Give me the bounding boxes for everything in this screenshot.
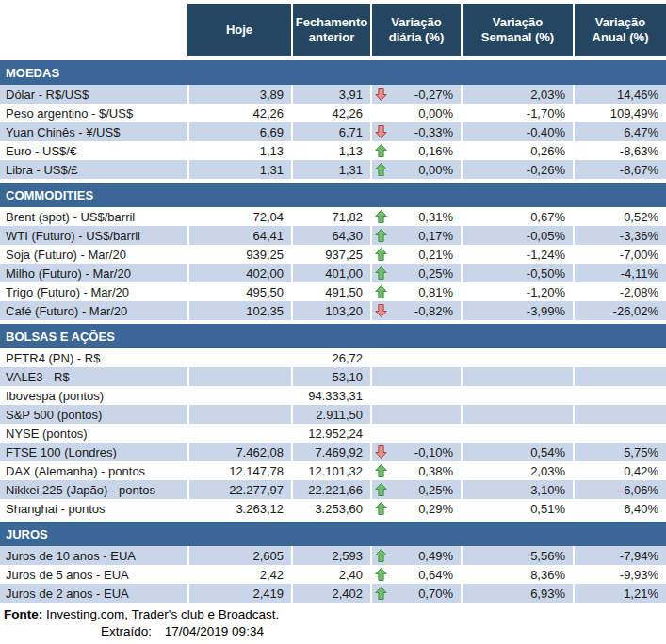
hoje-value bbox=[187, 405, 291, 424]
instrument-label: Yuan Chinês - ¥/US$ bbox=[0, 122, 187, 141]
variacao-diaria-value: -0,27% bbox=[414, 88, 453, 102]
variacao-diaria-cell: -0,33% bbox=[370, 122, 461, 141]
variacao-diaria-cell bbox=[370, 424, 461, 443]
table-row: Libra - US$/£ 1,31 1,31 0,00% -0,26% -8,… bbox=[0, 160, 666, 179]
fechamento-anterior-value: 491,50 bbox=[291, 282, 370, 301]
up-arrow-icon bbox=[375, 284, 388, 299]
variacao-diaria-cell: 0,31% bbox=[370, 207, 461, 226]
fechamento-anterior-value: 26,72 bbox=[291, 348, 370, 367]
fechamento-anterior-value: 53,10 bbox=[291, 367, 370, 386]
variacao-diaria-value: 0,38% bbox=[418, 464, 453, 478]
variacao-semanal-value bbox=[461, 348, 573, 367]
instrument-label: Milho (Futuro) - Mar/20 bbox=[0, 264, 187, 282]
hoje-value: 72,04 bbox=[187, 207, 291, 226]
fechamento-anterior-value: 6,71 bbox=[291, 122, 370, 141]
variacao-anual-value: 0,42% bbox=[573, 461, 666, 480]
variacao-semanal-value: 8,36% bbox=[461, 565, 573, 584]
down-arrow-icon bbox=[375, 124, 388, 139]
fechamento-anterior-value: 3,91 bbox=[291, 85, 370, 104]
variacao-diaria-cell: 0,70% bbox=[370, 584, 461, 603]
variacao-diaria-cell: 0,38% bbox=[370, 461, 461, 480]
section-header-bolsas-e-acoes: BOLSAS E AÇÕES bbox=[0, 322, 666, 348]
hoje-value: 22.277,97 bbox=[187, 480, 291, 499]
hoje-value bbox=[187, 367, 291, 386]
table-row: Dólar - R$/US$ 3,89 3,91 -0,27% 2,03% 14… bbox=[0, 85, 666, 104]
hoje-value: 7.462,08 bbox=[187, 443, 291, 461]
variacao-anual-value: 109,49% bbox=[573, 104, 666, 122]
section-header-commodities: COMMODITIES bbox=[0, 181, 666, 207]
variacao-diaria-cell: 0,29% bbox=[370, 499, 461, 518]
instrument-label: Euro - US$/€ bbox=[0, 141, 187, 160]
variacao-anual-value bbox=[573, 386, 666, 405]
variacao-semanal-value bbox=[461, 405, 573, 424]
section-header-juros: JUROS bbox=[0, 520, 666, 546]
variacao-diaria-value: -0,82% bbox=[414, 304, 453, 318]
variacao-semanal-value: 5,56% bbox=[461, 546, 573, 565]
instrument-label: DAX (Alemanha) - pontos bbox=[0, 461, 187, 480]
up-arrow-icon bbox=[375, 548, 388, 563]
hoje-value: 2,42 bbox=[187, 565, 291, 584]
fechamento-anterior-value: 2.911,50 bbox=[291, 405, 370, 424]
variacao-diaria-cell: -0,82% bbox=[370, 301, 461, 320]
variacao-diaria-cell bbox=[370, 405, 461, 424]
hoje-value: 1,13 bbox=[187, 141, 291, 160]
hoje-value: 2,605 bbox=[187, 546, 291, 565]
fechamento-anterior-value: 12.101,32 bbox=[291, 461, 370, 480]
variacao-semanal-value: 2,03% bbox=[461, 461, 573, 480]
instrument-label: Peso argentino - $/US$ bbox=[0, 104, 187, 122]
variacao-diaria-cell bbox=[370, 386, 461, 405]
instrument-label: Juros de 5 anos - EUA bbox=[0, 565, 187, 584]
up-arrow-icon bbox=[375, 228, 388, 243]
down-arrow-icon bbox=[375, 303, 388, 318]
variacao-semanal-value: -0,05% bbox=[461, 226, 573, 245]
variacao-semanal-value: 2,03% bbox=[461, 85, 573, 104]
variacao-anual-value: -3,36% bbox=[573, 226, 666, 245]
fechamento-anterior-value: 937,25 bbox=[291, 245, 370, 264]
table-body: MOEDAS Dólar - R$/US$ 3,89 3,91 -0,27% 2… bbox=[0, 58, 666, 603]
table-row: Juros de 5 anos - EUA 2,42 2,40 0,64% 8,… bbox=[0, 565, 666, 584]
variacao-diaria-value: 0,17% bbox=[418, 229, 453, 243]
variacao-anual-value: -26,02% bbox=[573, 301, 666, 320]
up-arrow-icon bbox=[375, 501, 388, 516]
instrument-label: WTI (Futuro) - US$/barril bbox=[0, 226, 187, 245]
variacao-semanal-value: -0,50% bbox=[461, 264, 573, 282]
up-arrow-icon bbox=[375, 482, 388, 497]
instrument-label: Libra - US$/£ bbox=[0, 160, 187, 179]
variacao-semanal-value bbox=[461, 367, 573, 386]
variacao-semanal-value: -0,40% bbox=[461, 122, 573, 141]
variacao-diaria-value: 0,00% bbox=[418, 106, 453, 121]
table-row: Yuan Chinês - ¥/US$ 6,69 6,71 -0,33% -0,… bbox=[0, 122, 666, 141]
up-arrow-icon bbox=[375, 247, 388, 262]
up-arrow-icon bbox=[375, 143, 388, 158]
footer: Fonte: Investing.com, Trader's club e Br… bbox=[0, 607, 666, 638]
table-row: NYSE (pontos) 12.952,24 bbox=[0, 424, 666, 443]
source-line: Fonte: Investing.com, Trader's club e Br… bbox=[0, 607, 666, 621]
hoje-value: 64,41 bbox=[187, 226, 291, 245]
table-row: S&P 500 (pontos) 2.911,50 bbox=[0, 405, 666, 424]
fechamento-anterior-value: 2,40 bbox=[291, 565, 370, 584]
hoje-value bbox=[187, 386, 291, 405]
variacao-anual-value: 5,75% bbox=[573, 443, 666, 461]
instrument-label: Soja (Futuro) - Mar/20 bbox=[0, 245, 187, 264]
variacao-anual-value: -7,00% bbox=[573, 245, 666, 264]
variacao-diaria-value: 0,31% bbox=[418, 210, 453, 224]
instrument-label: Nikkei 225 (Japão) - pontos bbox=[0, 480, 187, 499]
variacao-semanal-value: -0,26% bbox=[461, 160, 573, 179]
variacao-semanal-value: -3,99% bbox=[461, 301, 573, 320]
variacao-diaria-cell bbox=[370, 367, 461, 386]
variacao-diaria-value: 0,81% bbox=[418, 285, 453, 299]
variacao-diaria-cell: 0,00% bbox=[370, 104, 461, 122]
section-header-moedas: MOEDAS bbox=[0, 58, 666, 85]
column-header-variacao-semanal: Variação Semanal (%) bbox=[461, 4, 573, 56]
instrument-label: Brent (spot) - US$/barril bbox=[0, 207, 187, 226]
fechamento-anterior-value: 12.952,24 bbox=[291, 424, 370, 443]
instrument-label: PETR4 (PN) - R$ bbox=[0, 348, 187, 367]
variacao-anual-value: 6,47% bbox=[573, 122, 666, 141]
up-arrow-icon bbox=[375, 209, 388, 224]
fechamento-anterior-value: 1,31 bbox=[291, 160, 370, 179]
financial-summary-sheet: Hoje Fechamento anterior Variação diária… bbox=[0, 0, 666, 644]
instrument-label: Café (Futuro) - Mar/20 bbox=[0, 301, 187, 320]
variacao-diaria-cell: 0,00% bbox=[370, 160, 461, 179]
up-arrow-icon bbox=[375, 463, 388, 478]
variacao-anual-value: -8,63% bbox=[573, 141, 666, 160]
